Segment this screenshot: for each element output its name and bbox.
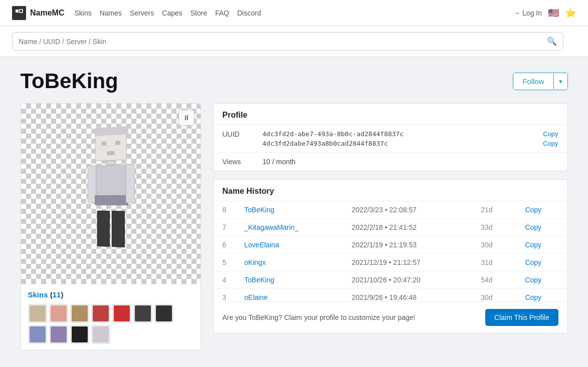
navbar-right: → Log In 🇺🇸 ⭐: [513, 8, 576, 19]
uuid-values: 4dc3fd2d-abe7-493a-8b0c-ad2844f8837c Cop…: [254, 125, 567, 153]
copy-uuid2-button[interactable]: Copy: [543, 140, 558, 147]
name-history-title: Name History: [214, 180, 567, 201]
skin-thumb-2[interactable]: [49, 304, 68, 323]
history-row-4: 4 ToBeKing 2021/10/26 • 20:47:20 54d Cop…: [214, 271, 567, 289]
skins-grid: [28, 304, 193, 344]
hist-name[interactable]: ToBeKing: [235, 201, 342, 219]
login-arrow-icon: →: [513, 9, 520, 17]
skin-skirt: [94, 195, 128, 205]
follow-button[interactable]: Follow: [513, 73, 553, 90]
nav-faq[interactable]: FAQ: [215, 9, 229, 17]
hist-name[interactable]: ToBeKing: [235, 271, 342, 289]
history-row-0: 8 ToBeKing 2022/3/23 • 22:08:57 21d Copy: [214, 201, 567, 219]
brand-logo[interactable]: NameMC: [12, 6, 64, 20]
uuid-text-2: 4dc3fd2dabe7493a8b0cad2844f8837c: [263, 140, 388, 147]
hist-num: 4: [214, 271, 236, 289]
skin-thumb-6[interactable]: [133, 304, 152, 323]
star-icon[interactable]: ⭐: [565, 8, 576, 19]
search-bar-wrap: 🔍: [0, 26, 588, 57]
hist-days: 30d: [472, 236, 516, 254]
hist-name[interactable]: _KitagawaMarin_: [235, 219, 342, 236]
hist-num: 8: [214, 201, 236, 219]
skin-thumb-8[interactable]: [28, 325, 47, 344]
search-input[interactable]: [19, 38, 547, 46]
nav-servers[interactable]: Servers: [130, 9, 154, 17]
pause-button[interactable]: ⏸: [178, 110, 194, 126]
search-bar: 🔍: [12, 32, 563, 51]
skin-thumb-7[interactable]: [154, 304, 173, 323]
brand-name: NameMC: [30, 9, 64, 18]
hist-date: 2021/12/19 • 21:12:57: [343, 254, 472, 271]
hist-copy-button[interactable]: Copy: [516, 271, 567, 289]
profile-table: UUID 4dc3fd2d-abe7-493a-8b0c-ad2844f8837…: [214, 125, 567, 171]
hist-copy-button[interactable]: Copy: [516, 289, 567, 302]
skin-figure: [84, 127, 138, 271]
skin-right-leg: [111, 211, 124, 247]
skin-thumb-3[interactable]: [70, 304, 89, 323]
hist-date: 2021/9/26 • 19:46:48: [343, 289, 472, 302]
hist-days: 54d: [472, 271, 516, 289]
hist-name[interactable]: oElaine: [235, 289, 342, 302]
nav-store[interactable]: Store: [190, 9, 207, 17]
hist-days: 21d: [472, 201, 516, 219]
skin-body-container: [87, 164, 135, 203]
skin-thumb-9[interactable]: [49, 325, 68, 344]
nav-skins[interactable]: Skins: [74, 9, 91, 17]
nav-names[interactable]: Names: [100, 9, 122, 17]
skin-left-leg: [97, 211, 109, 247]
login-button[interactable]: → Log In: [513, 9, 542, 17]
claim-profile-button[interactable]: Claim This Profile: [485, 309, 558, 326]
navbar: NameMC Skins Names Servers Capes Store F…: [0, 0, 588, 26]
hist-copy-button[interactable]: Copy: [516, 219, 567, 236]
right-panel: Profile UUID 4dc3fd2d-abe7-493a-8b0c-ad2…: [213, 103, 568, 333]
uuid-label: UUID: [214, 125, 254, 153]
history-row-1: 7 _KitagawaMarin_ 2022/2/18 • 21:41:52 3…: [214, 219, 567, 236]
uuid-text-1: 4dc3fd2d-abe7-493a-8b0c-ad2844f8837c: [263, 130, 404, 138]
language-flag[interactable]: 🇺🇸: [548, 8, 559, 19]
copy-uuid1-button[interactable]: Copy: [543, 130, 558, 138]
search-icon[interactable]: 🔍: [547, 37, 557, 46]
hist-date: 2022/3/23 • 22:08:57: [343, 201, 472, 219]
nav-links: Skins Names Servers Capes Store FAQ Disc…: [74, 9, 261, 17]
skin-thumb-1[interactable]: [28, 304, 47, 323]
claim-row: Are you ToBeKing? Claim your profile to …: [214, 301, 567, 333]
follow-button-group: Follow ▾: [513, 73, 567, 90]
skin-thumb-11[interactable]: [91, 325, 110, 344]
follow-dropdown-button[interactable]: ▾: [553, 74, 567, 89]
skin-panel: ⏸: [21, 103, 201, 350]
hist-days: 30d: [472, 289, 516, 302]
hist-copy-button[interactable]: Copy: [516, 236, 567, 254]
nav-discord[interactable]: Discord: [237, 9, 261, 17]
main-content: ToBeKing Follow ▾ ⏸: [9, 57, 580, 350]
history-scroll[interactable]: 8 ToBeKing 2022/3/23 • 22:08:57 21d Copy…: [214, 201, 567, 301]
profile-section-title: Profile: [214, 104, 567, 125]
hist-name[interactable]: LoveElaina: [235, 236, 342, 254]
views-row: Views 10 / month: [214, 153, 567, 171]
skin-legs: [96, 211, 125, 248]
skin-thumb-4[interactable]: [91, 304, 110, 323]
skin-thumb-5[interactable]: [112, 304, 131, 323]
views-value: 10 / month: [254, 153, 567, 171]
skin-right-arm: [125, 164, 134, 203]
hist-num: 6: [214, 236, 236, 254]
skin-body: [96, 164, 125, 203]
body-row: ⏸: [21, 103, 568, 350]
hist-num: 7: [214, 219, 236, 236]
hist-date: 2021/10/26 • 20:47:20: [343, 271, 472, 289]
history-row-5: 3 oElaine 2021/9/26 • 19:46:48 30d Copy: [214, 289, 567, 302]
skin-thumb-10[interactable]: [70, 325, 89, 344]
hist-days: 33d: [472, 219, 516, 236]
hist-name[interactable]: oKingx: [235, 254, 342, 271]
skins-title: Skins (11): [28, 290, 193, 299]
history-table: 8 ToBeKing 2022/3/23 • 22:08:57 21d Copy…: [214, 201, 567, 301]
hist-copy-button[interactable]: Copy: [516, 201, 567, 219]
hist-date: 2022/1/19 • 21:19:53: [343, 236, 472, 254]
skins-section: Skins (11): [21, 284, 201, 350]
uuid-row: UUID 4dc3fd2d-abe7-493a-8b0c-ad2844f8837…: [214, 125, 567, 153]
svg-rect-1: [20, 10, 23, 13]
nav-capes[interactable]: Capes: [162, 9, 182, 17]
history-row-3: 5 oKingx 2021/12/19 • 21:12:57 31d Copy: [214, 254, 567, 271]
views-label: Views: [214, 153, 254, 171]
profile-card: Profile UUID 4dc3fd2d-abe7-493a-8b0c-ad2…: [213, 103, 568, 171]
hist-copy-button[interactable]: Copy: [516, 254, 567, 271]
